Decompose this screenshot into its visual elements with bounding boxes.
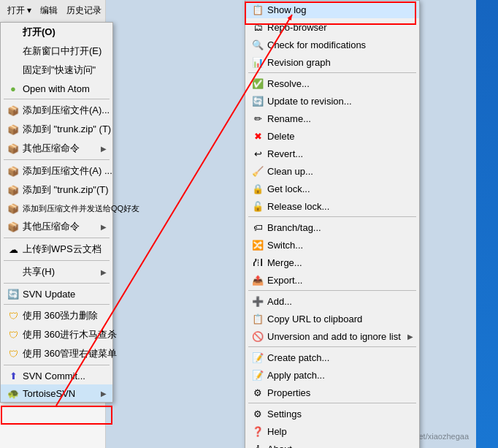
cleanup-icon: 🧹 xyxy=(251,165,264,177)
revision-graph-icon: 📊 xyxy=(251,56,264,68)
zip-icon-2: 📦 xyxy=(7,124,20,135)
ctx-sep-5 xyxy=(4,283,110,284)
repo-browser-icon: 🗂 xyxy=(251,21,264,33)
ctx-add-trunk-zip2[interactable]: 📦 添加到 "trunk.zip"(T) xyxy=(1,181,112,200)
delete-icon: ✖ xyxy=(251,130,264,142)
zip-icon-6: 📦 xyxy=(7,221,20,232)
resolve-icon: ✅ xyxy=(251,77,264,89)
svn-sep-2 xyxy=(248,216,416,217)
ctx-other-zip2[interactable]: 📦 其他压缩命令 ▶ xyxy=(1,217,112,236)
blue-accent-bar xyxy=(476,0,498,448)
ctx-add-zip-a[interactable]: 📦 添加到压缩文件(A)... xyxy=(1,101,112,120)
ctx-sep-2 xyxy=(4,159,110,160)
merge-icon: ⛙ xyxy=(251,257,264,268)
ctx-export-label: Export... xyxy=(267,275,302,286)
ctx-pin-quick[interactable]: 固定到"快速访问" xyxy=(1,61,112,80)
add-icon: ➕ xyxy=(251,295,264,307)
rename-icon: ✏ xyxy=(251,113,264,124)
branch-tag-icon: 🏷 xyxy=(251,221,264,233)
ctx-help[interactable]: ❓ Help xyxy=(245,422,419,440)
apply-patch-icon: 📝 xyxy=(251,369,264,381)
show-log-icon: 📋 xyxy=(251,4,264,15)
ctx-share[interactable]: 共享(H) ▶ xyxy=(1,262,112,281)
ctx-resolve[interactable]: ✅ Resolve... xyxy=(245,75,419,92)
ctx-other-zip[interactable]: 📦 其他压缩命令 ▶ xyxy=(1,139,112,158)
atom-icon: ● xyxy=(7,83,20,94)
ctx-settings-label: Settings xyxy=(267,409,302,419)
ctx-upload-wps[interactable]: ☁ 上传到WPS云文档 xyxy=(1,240,112,259)
ctx-copy-url-label: Copy URL to clipboard xyxy=(267,314,362,324)
ctx-properties[interactable]: ⚙ Properties xyxy=(245,384,419,401)
svn-sep-4 xyxy=(248,346,416,347)
ctx-apply-patch[interactable]: 📝 Apply patch... xyxy=(245,366,419,384)
ctx-open-label: 打开(O) xyxy=(23,26,55,39)
ctx-360-manage[interactable]: 🛡 使用 360管理右键菜单 xyxy=(1,344,112,363)
open-label: 打开 ▾ xyxy=(7,4,31,17)
ctx-settings[interactable]: ⚙ Settings xyxy=(245,405,419,422)
ctx-create-patch[interactable]: 📝 Create patch... xyxy=(245,349,419,366)
ctx-svn-commit[interactable]: ⬆ SVN Commit... xyxy=(1,367,112,384)
ctx-add-trunk-zip[interactable]: 📦 添加到 "trunk.zip" (T) xyxy=(1,120,112,139)
ctx-unversion[interactable]: 🚫 Unversion and add to ignore list ▶ xyxy=(245,327,419,345)
ctx-revision-graph[interactable]: 📊 Revision graph xyxy=(245,53,419,71)
ctx-check-modifications[interactable]: 🔍 Check for modifications xyxy=(245,36,419,53)
ctx-about[interactable]: ℹ About xyxy=(245,440,419,448)
ctx-add[interactable]: ➕ Add... xyxy=(245,292,419,310)
ctx-update-rev-label: Update to revision... xyxy=(267,96,352,107)
ctx-rename-label: Rename... xyxy=(267,113,311,124)
svn-context-menu: 📋 Show log 🗂 Repo-browser 🔍 Check for mo… xyxy=(245,0,420,448)
edit-button[interactable]: 编辑 xyxy=(37,3,61,18)
properties-icon: ⚙ xyxy=(251,387,264,398)
share-arrow: ▶ xyxy=(101,268,107,276)
shield-trojan-icon: 🛡 xyxy=(7,329,20,341)
ctx-360-delete[interactable]: 🛡 使用 360强力删除 xyxy=(1,306,112,325)
revert-icon: ↩ xyxy=(251,148,264,159)
ctx-open-new-window[interactable]: 在新窗口中打开(E) xyxy=(1,42,112,61)
ctx-repo-browser[interactable]: 🗂 Repo-browser xyxy=(245,18,419,36)
ctx-add-zip-a2-label: 添加到压缩文件(A) ... xyxy=(23,164,112,178)
ctx-merge[interactable]: ⛙ Merge... xyxy=(245,254,419,271)
ctx-create-patch-label: Create patch... xyxy=(267,352,329,363)
ctx-share-label: 共享(H) xyxy=(23,265,55,278)
create-patch-icon: 📝 xyxy=(251,352,264,363)
ctx-branch-tag-label: Branch/tag... xyxy=(267,222,321,233)
ctx-atom-label: Open with Atom xyxy=(23,83,90,94)
ctx-show-log[interactable]: 📋 Show log xyxy=(245,1,419,18)
ctx-trunk-zip-label: 添加到 "trunk.zip" (T) xyxy=(23,123,111,136)
ctx-sep-1 xyxy=(4,99,110,99)
ctx-merge-label: Merge... xyxy=(267,257,302,268)
ctx-branch-tag[interactable]: 🏷 Branch/tag... xyxy=(245,219,419,236)
update-revision-icon: 🔄 xyxy=(251,95,264,107)
ctx-add-zip-a2[interactable]: 📦 添加到压缩文件(A) ... xyxy=(1,162,112,181)
ctx-show-log-label: Show log xyxy=(267,4,306,15)
ctx-rename[interactable]: ✏ Rename... xyxy=(245,110,419,127)
ctx-360-trojan[interactable]: 🛡 使用 360进行木马查杀 xyxy=(1,325,112,344)
ctx-clean-up[interactable]: 🧹 Clean up... xyxy=(245,162,419,180)
history-button[interactable]: 历史记录 xyxy=(64,3,104,18)
svn-update-icon: 🔄 xyxy=(7,288,20,300)
wps-icon: ☁ xyxy=(7,243,20,255)
ctx-export[interactable]: 📤 Export... xyxy=(245,271,419,289)
ctx-tortoise-label: TortoiseSVN xyxy=(23,388,75,399)
check-modifications-icon: 🔍 xyxy=(251,39,264,50)
export-icon: 📤 xyxy=(251,274,264,286)
ctx-about-label: About xyxy=(267,444,292,449)
ctx-svn-update[interactable]: 🔄 SVN Update xyxy=(1,285,112,303)
ctx-svn-commit-label: SVN Commit... xyxy=(23,371,85,381)
ctx-revert[interactable]: ↩ Revert... xyxy=(245,145,419,162)
ctx-switch[interactable]: 🔀 Switch... xyxy=(245,236,419,254)
ctx-other-zip-label: 其他压缩命令 xyxy=(23,142,80,155)
ctx-get-lock[interactable]: 🔒 Get lock... xyxy=(245,180,419,197)
ctx-add-qq[interactable]: 📦 添加到压缩文件并发送给QQ好友 xyxy=(1,200,112,217)
ctx-open-atom[interactable]: ● Open with Atom xyxy=(1,80,112,97)
ctx-tortoise-svn[interactable]: 🐢 TortoiseSVN ▶ xyxy=(1,384,112,402)
ctx-update-to-revision[interactable]: 🔄 Update to revision... xyxy=(245,92,419,110)
open-dropdown[interactable]: 打开 ▾ xyxy=(4,3,34,18)
history-label: 历史记录 xyxy=(66,4,101,17)
ctx-open[interactable]: 打开(O) xyxy=(1,23,112,42)
ctx-release-lock[interactable]: 🔓 Release lock... xyxy=(245,197,419,215)
ctx-delete[interactable]: ✖ Delete xyxy=(245,127,419,145)
ctx-qq-label: 添加到压缩文件并发送给QQ好友 xyxy=(23,203,139,214)
ctx-copy-url[interactable]: 📋 Copy URL to clipboard xyxy=(245,310,419,327)
ctx-unversion-label: Unversion and add to ignore list xyxy=(267,331,401,342)
